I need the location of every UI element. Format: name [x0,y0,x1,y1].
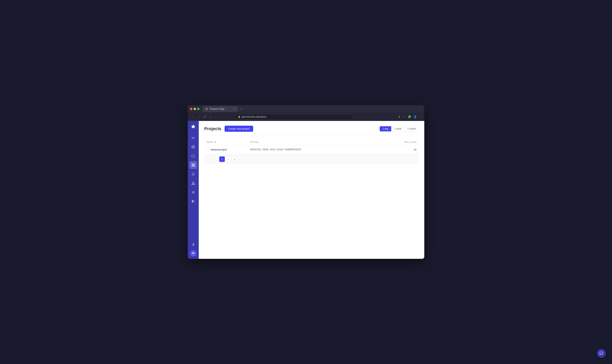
svg-point-17 [194,192,194,193]
sidebar-item-alerts[interactable] [189,170,197,178]
extensions-icon[interactable]: 🧩 [408,115,411,118]
content-inner: Projects Create new project 1 day 1 week… [199,121,424,259]
home-button[interactable]: ⌂ [209,115,212,119]
reload-button[interactable]: ↺ [203,115,207,119]
time-filter: 1 day 1 week 1 month [380,126,419,131]
svg-point-0 [193,146,194,147]
sidebar-item-logs[interactable] [189,197,197,205]
bookmark-icon[interactable]: ☆ [403,115,405,118]
svg-point-18 [193,193,194,194]
share-icon[interactable]: ⬆ [398,115,400,118]
functions-icon: Fx [192,136,195,140]
col-reqcount-label: Req. Count [404,141,416,143]
svg-rect-4 [194,166,195,167]
close-button[interactable] [190,108,192,110]
table-header: Name ▼ API Key Req. Count [204,139,419,145]
active-tab[interactable]: ⚡ Projects Page ✕ [203,106,238,112]
address-bar: ← → ↺ ⌂ 🔒 apm.thundra.io/projects ⬆ ☆ 🧩 … [188,113,424,121]
time-filter-month[interactable]: 1 month [405,126,419,131]
minimize-button[interactable] [194,108,196,110]
req-count-cell: 14 [397,148,416,151]
pagination-last[interactable]: » [232,156,237,162]
col-apikey-label: API Key [250,141,258,143]
page-title: Projects [204,126,221,131]
col-header-name: Name ▼ [207,141,250,143]
svg-rect-3 [192,166,193,167]
sidebar-item-filters[interactable] [189,188,197,196]
pagination-first[interactable]: « [207,156,212,162]
sidebar-item-gear[interactable] [189,143,197,151]
svg-rect-5 [193,182,194,182]
svg-point-24 [192,202,193,203]
page-header: Projects Create new project 1 day 1 week… [204,126,419,132]
lock-icon: 🔒 [238,116,241,118]
profile-icon[interactable]: 👤 [413,115,417,118]
avatar[interactable]: M [190,250,196,257]
sidebar-item-grid[interactable] [189,161,197,169]
star-icon[interactable]: ☆ [207,148,209,151]
back-button[interactable]: ← [190,115,194,119]
header-divider [204,136,419,136]
maximize-button[interactable] [197,108,200,110]
svg-rect-2 [194,164,195,165]
sidebar-logo[interactable] [190,123,197,130]
create-project-button[interactable]: Create new project [225,126,253,132]
col-header-reqcount: Req. Count [397,141,416,143]
title-bar: ⚡ Projects Page ✕ + ⌄ [188,105,424,113]
menu-icon[interactable]: ⋮ [419,115,422,118]
new-tab-button[interactable]: + [239,106,244,112]
tab-close-button[interactable]: ✕ [234,108,235,110]
tab-bar: ⚡ Projects Page ✕ + [203,106,418,112]
url-text: apm.thundra.io/projects [242,116,266,118]
forward-button[interactable]: → [196,115,201,119]
pagination-prev[interactable]: ‹ [213,156,218,162]
sidebar: Fx [188,121,199,259]
col-name-label: Name [207,141,213,143]
window-collapse[interactable]: ⌄ [420,107,422,110]
toolbar-icons: ⬆ ☆ 🧩 👤 ⋮ [398,115,422,118]
page-header-left: Projects Create new project [204,126,253,132]
sidebar-item-hierarchy[interactable] [189,179,197,187]
col-header-apikey: API Key [250,141,397,143]
svg-rect-8 [194,184,195,185]
tab-favicon: ⚡ [205,108,208,110]
api-key-cell: 95947d11-5b5b-423a-b1ad-f4a699fbd297 [250,148,397,151]
pagination-page-1[interactable]: 1 [219,156,225,162]
pagination-next[interactable]: › [226,156,231,162]
tab-title: Projects Page [210,107,225,110]
svg-rect-7 [193,184,194,185]
sidebar-item-deploy[interactable] [189,241,197,248]
svg-point-22 [192,201,193,202]
project-name-text: default-project [211,148,227,151]
time-filter-week[interactable]: 1 week [391,126,405,131]
time-filter-day[interactable]: 1 day [380,126,391,131]
url-bar[interactable]: 🔒 apm.thundra.io/projects [235,114,354,119]
pagination: « ‹ 1 › » [204,154,419,164]
sidebar-bottom: M [189,241,197,257]
sidebar-item-cloud[interactable] [189,152,197,160]
chat-widget[interactable] [597,349,606,358]
projects-table: Name ▼ API Key Req. Count ☆ [204,139,419,164]
name-filter-icon[interactable]: ▼ [214,141,216,143]
traffic-lights [190,108,200,110]
svg-rect-6 [192,184,192,185]
svg-point-20 [192,200,193,201]
main-area: Fx [188,121,424,259]
project-name-cell: ☆ default-project [207,148,250,151]
table-row[interactable]: ☆ default-project 95947d11-5b5b-423a-b1a… [204,145,419,154]
svg-rect-1 [192,164,193,165]
sidebar-item-functions[interactable]: Fx [189,134,197,142]
page-content: Projects Create new project 1 day 1 week… [199,121,424,259]
